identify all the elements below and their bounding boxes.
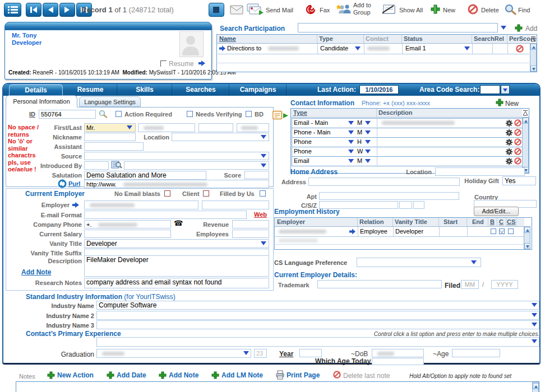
vanity-title-field[interactable]: Developer — [84, 239, 269, 248]
type-dropdown-icon[interactable] — [348, 159, 354, 163]
primary-experience-field[interactable] — [96, 337, 539, 347]
new-action-link[interactable]: New Action — [57, 371, 94, 379]
cell-vanity-title[interactable]: Developer — [395, 228, 423, 235]
contact-type[interactable]: Phone — [294, 148, 312, 155]
industry-name2-dropdown-icon[interactable] — [532, 313, 537, 317]
tab-searches[interactable]: Searches — [173, 84, 229, 96]
year-link[interactable]: Year — [279, 350, 293, 358]
contact-row[interactable]: Phone H — [292, 137, 523, 147]
client-checkbox[interactable] — [203, 190, 209, 197]
column-header-end[interactable]: End — [472, 218, 484, 225]
type-dropdown-icon[interactable] — [348, 130, 354, 134]
contact-code[interactable]: H — [357, 138, 362, 145]
holiday-gift-field[interactable]: Yes — [502, 176, 536, 185]
industry-name3-dropdown-icon[interactable] — [532, 323, 537, 326]
resume-checkbox[interactable] — [160, 60, 167, 67]
contact-new-icon[interactable] — [496, 99, 504, 108]
column-header-start[interactable]: Start — [444, 218, 458, 225]
type-dropdown-icon[interactable] — [355, 46, 361, 50]
new-action-plus-icon[interactable] — [47, 371, 55, 380]
subtab-personal-information[interactable]: Personal Information — [6, 95, 77, 108]
column-header-name[interactable]: Name — [219, 35, 236, 42]
subtab-language-settings[interactable]: Language Settings — [79, 96, 141, 107]
delete-row-icon[interactable] — [514, 138, 521, 147]
column-header-vanity[interactable]: Vanity Title — [395, 218, 427, 225]
industry-name2-field[interactable] — [96, 311, 539, 320]
column-header-status[interactable]: Status — [404, 35, 423, 42]
contact-code[interactable]: M — [357, 129, 362, 136]
settings-gear-icon[interactable] — [506, 158, 512, 166]
web-link[interactable]: Web — [254, 211, 267, 218]
column-header-description[interactable]: Description — [378, 109, 413, 116]
search-participation-dropdown-icon[interactable] — [501, 26, 506, 30]
show-all-button[interactable]: Show All — [399, 7, 423, 13]
empty-row[interactable] — [218, 54, 529, 63]
empty-row[interactable] — [218, 63, 529, 71]
delete-icon[interactable] — [468, 4, 478, 16]
row-arrow-icon[interactable] — [219, 45, 226, 53]
address-field[interactable] — [308, 178, 460, 186]
search-participation-add-icon[interactable] — [515, 24, 523, 33]
apt-field[interactable] — [319, 192, 459, 200]
area-code-dropdown[interactable] — [501, 85, 510, 94]
column-header-employer[interactable]: Employer — [277, 218, 305, 225]
previous-record-button[interactable] — [43, 3, 58, 17]
cell-status[interactable]: Email 1 — [405, 45, 426, 52]
add-note-link[interactable]: Add Note — [21, 268, 51, 276]
age-field[interactable] — [452, 349, 500, 357]
column-header-type[interactable]: Type — [293, 109, 307, 116]
email-format-field[interactable] — [84, 211, 247, 219]
graduation-dropdown-icon[interactable] — [243, 351, 249, 355]
type-dropdown-icon[interactable] — [348, 150, 354, 153]
middle-name-field[interactable] — [198, 123, 233, 132]
industry-name-field[interactable]: Computer Software — [96, 301, 539, 310]
column-header-contact[interactable]: Contact — [366, 35, 389, 42]
row-delete-icon[interactable] — [516, 45, 524, 54]
send-mail-button[interactable]: Send Mail — [266, 7, 293, 13]
id-search-icon[interactable] — [99, 110, 108, 119]
column-header-relation[interactable]: Relation — [359, 218, 384, 225]
employment-row[interactable]: Employee Developer — [275, 227, 524, 237]
tab-skills[interactable]: Skills — [118, 84, 172, 96]
code-dropdown-icon[interactable] — [365, 159, 371, 163]
scroll-down-button[interactable] — [524, 243, 530, 249]
introduced-by-dropdown-icon[interactable] — [261, 164, 266, 167]
scroll-up-button[interactable] — [530, 44, 537, 50]
vcard-go-arrow-icon[interactable] — [283, 113, 288, 119]
code-dropdown-icon[interactable] — [365, 140, 371, 144]
delete-row-icon[interactable] — [514, 129, 521, 137]
add-lm-note-plus-icon[interactable] — [211, 371, 219, 380]
primary-experience-dropdown-icon[interactable] — [532, 339, 537, 343]
notes-scrollbar[interactable] — [532, 382, 539, 392]
type-dropdown-icon[interactable] — [348, 140, 354, 144]
current-salary-field[interactable] — [84, 230, 171, 238]
lookup-list-icon[interactable] — [111, 160, 122, 170]
trademark-field[interactable] — [317, 280, 442, 288]
cell-relation[interactable]: Employee — [360, 228, 387, 235]
c-checkbox-checked[interactable] — [499, 228, 505, 234]
filled-by-us-checkbox[interactable] — [260, 190, 266, 197]
employer-field-2[interactable] — [202, 200, 269, 209]
delete-last-note-link[interactable]: Delete last note — [343, 372, 390, 380]
which-age-today-link[interactable]: Which Age Today — [315, 357, 371, 365]
add-date-link[interactable]: Add Date — [117, 371, 146, 379]
scroll-down-button[interactable] — [530, 66, 537, 72]
employment-scrollbar[interactable] — [524, 226, 530, 249]
contact-code[interactable]: M — [357, 119, 362, 126]
industry-name3-field[interactable] — [96, 320, 539, 329]
settings-gear-icon[interactable] — [506, 148, 512, 156]
cell-name[interactable]: Directions to — [227, 45, 261, 52]
location-field[interactable] — [172, 133, 269, 141]
employer-go-icon[interactable] — [72, 202, 80, 209]
industry-name-dropdown-icon[interactable] — [532, 303, 537, 307]
find-button[interactable]: Find — [518, 7, 530, 13]
resume-go-arrow-icon[interactable] — [198, 60, 206, 68]
fax-button[interactable]: Fax — [320, 7, 330, 13]
add-note-link[interactable]: Add Note — [169, 371, 198, 379]
search-participation-row[interactable]: Directions to Candidate Email 1 — [218, 44, 529, 54]
new-record-icon[interactable] — [431, 4, 440, 15]
find-icon[interactable] — [505, 4, 516, 16]
employer-go-icon[interactable] — [349, 228, 356, 236]
description-field[interactable]: FileMaker Developer — [84, 255, 269, 277]
table-scrollbar[interactable] — [530, 43, 537, 72]
